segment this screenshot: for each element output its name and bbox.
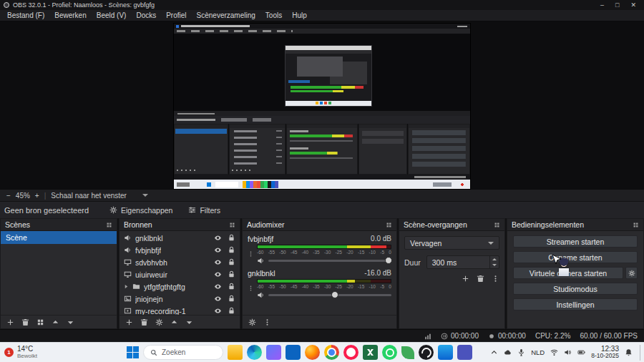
- mail-icon[interactable]: [286, 345, 301, 360]
- remove-source-button[interactable]: [140, 318, 148, 326]
- teams-icon[interactable]: [457, 345, 472, 360]
- mixer-menu-kebab-icon[interactable]: [263, 318, 271, 326]
- dock-menu-icon[interactable]: [633, 222, 639, 228]
- onedrive-icon[interactable]: [438, 345, 453, 360]
- sources-dock-header[interactable]: Bronnen: [119, 219, 240, 231]
- move-scene-up-button[interactable]: [52, 318, 59, 326]
- mute-speaker-icon[interactable]: [257, 257, 265, 265]
- language-indicator[interactable]: NLD: [531, 348, 545, 356]
- source-list-item[interactable]: jniojnejn: [119, 293, 240, 305]
- weather-widget[interactable]: 1 14°C Bewolkt: [4, 346, 37, 359]
- lock-icon[interactable]: [228, 234, 235, 242]
- dock-menu-icon[interactable]: [386, 222, 392, 228]
- leaf-app-icon[interactable]: [401, 346, 414, 359]
- visibility-eye-icon[interactable]: [214, 234, 222, 242]
- obs-icon[interactable]: [419, 345, 434, 360]
- scene-list-item[interactable]: Scène: [1, 231, 117, 244]
- move-scene-down-button[interactable]: [67, 318, 74, 326]
- show-desktop-button[interactable]: [640, 345, 642, 361]
- minimize-button[interactable]: –: [600, 0, 604, 10]
- dock-menu-icon[interactable]: [229, 222, 235, 228]
- scale-mode-dropdown[interactable]: Schaal naar het venster: [51, 192, 148, 200]
- taskbar-search[interactable]: Zoeken: [143, 345, 223, 360]
- channel-menu-kebab-icon[interactable]: [248, 279, 254, 298]
- scene-grid-mode-button[interactable]: [36, 318, 44, 326]
- menu-hulp[interactable]: Hulp: [287, 10, 312, 21]
- photos-icon[interactable]: [266, 345, 281, 360]
- settings-button[interactable]: Instellingen: [513, 298, 638, 310]
- start-button[interactable]: [126, 346, 139, 359]
- remove-scene-button[interactable]: [21, 318, 29, 326]
- menu-tools[interactable]: Tools: [260, 10, 287, 21]
- transitions-dock-header[interactable]: Scène-overgangen: [399, 219, 504, 231]
- duration-decrease-button[interactable]: [490, 263, 499, 269]
- start-recording-button[interactable]: Opname starten: [513, 251, 638, 263]
- source-properties-button[interactable]: [155, 318, 163, 326]
- transition-menu-kebab-icon[interactable]: [492, 275, 499, 283]
- menu-bewerken[interactable]: Bewerken: [49, 10, 91, 21]
- visibility-eye-icon[interactable]: [214, 258, 222, 266]
- remove-transition-button[interactable]: [477, 275, 484, 283]
- maximize-button[interactable]: □: [615, 0, 619, 10]
- controls-dock-header[interactable]: Bedieningselementen: [507, 219, 643, 231]
- lock-icon[interactable]: [228, 283, 235, 290]
- volume-slider[interactable]: [268, 294, 391, 296]
- visibility-eye-icon[interactable]: [214, 283, 222, 290]
- visibility-eye-icon[interactable]: [214, 307, 222, 315]
- lock-icon[interactable]: [228, 270, 235, 278]
- notifications-bell-icon[interactable]: [625, 348, 633, 356]
- transition-select[interactable]: Vervagen: [404, 236, 499, 250]
- microphone-icon[interactable]: [517, 348, 525, 356]
- volume-icon[interactable]: [564, 348, 572, 356]
- mute-speaker-icon[interactable]: [257, 291, 265, 299]
- move-source-up-button[interactable]: [170, 318, 178, 326]
- title-bar[interactable]: OBS 32.0.1 - Profiel: Naamloos - Scènes:…: [0, 0, 644, 10]
- menu-sceneverzameling[interactable]: Scèneverzameling: [192, 10, 260, 21]
- wifi-icon[interactable]: [550, 348, 558, 356]
- move-source-down-button[interactable]: [185, 318, 193, 326]
- advanced-audio-button[interactable]: [248, 318, 256, 326]
- source-list-item[interactable]: fvbjnbfjf: [119, 244, 240, 256]
- menu-profiel[interactable]: Profiel: [161, 10, 191, 21]
- opera-icon[interactable]: [343, 345, 358, 360]
- onedrive-cloud-icon[interactable]: [504, 348, 512, 356]
- lock-icon[interactable]: [228, 295, 235, 303]
- zoom-out-button[interactable]: −: [6, 192, 11, 200]
- edge-icon[interactable]: [247, 345, 262, 360]
- transition-duration-input[interactable]: 300 ms: [426, 255, 499, 269]
- menu-docks[interactable]: Docks: [131, 10, 161, 21]
- file-explorer-icon[interactable]: [228, 345, 243, 360]
- expand-chevron-icon[interactable]: [124, 284, 129, 289]
- properties-button[interactable]: Eigenschappen: [104, 205, 177, 216]
- preview-canvas[interactable]: [0, 21, 644, 189]
- source-list-item[interactable]: sdvbhvbh: [119, 256, 240, 268]
- add-scene-button[interactable]: [6, 318, 14, 326]
- chrome-icon[interactable]: [324, 345, 339, 360]
- visibility-eye-icon[interactable]: [214, 246, 222, 254]
- source-list-item[interactable]: my-recording-1: [119, 305, 240, 315]
- menu-bestand[interactable]: Bestand (F): [2, 10, 49, 21]
- visibility-eye-icon[interactable]: [214, 270, 222, 278]
- source-list-item[interactable]: gnklbnkl: [119, 232, 240, 244]
- clock[interactable]: 12:33 8-10-2025: [591, 345, 619, 359]
- menu-beeld[interactable]: Beeld (V): [92, 10, 132, 21]
- channel-menu-kebab-icon[interactable]: [248, 245, 254, 263]
- excel-icon[interactable]: [363, 345, 378, 360]
- dock-menu-icon[interactable]: [106, 222, 112, 228]
- volume-slider-handle[interactable]: [385, 257, 392, 264]
- studio-mode-button[interactable]: Studiomodus: [513, 283, 638, 295]
- add-source-button[interactable]: [125, 318, 133, 326]
- source-list-item-group[interactable]: ytfgtfgthtgftg: [119, 280, 240, 293]
- virtual-camera-settings-button[interactable]: [625, 267, 638, 279]
- lock-icon[interactable]: [228, 246, 235, 254]
- dock-menu-icon[interactable]: [494, 222, 500, 228]
- visibility-eye-icon[interactable]: [214, 295, 222, 303]
- filters-button[interactable]: Filters: [183, 205, 225, 216]
- lock-icon[interactable]: [228, 258, 235, 266]
- duration-increase-button[interactable]: [490, 256, 499, 263]
- firefox-icon[interactable]: [305, 345, 320, 360]
- start-streaming-button[interactable]: Streamen starten: [513, 235, 638, 248]
- mixer-dock-header[interactable]: Audiomixer: [243, 219, 396, 231]
- scenes-dock-header[interactable]: Scènes: [1, 219, 117, 231]
- lock-icon[interactable]: [228, 307, 235, 315]
